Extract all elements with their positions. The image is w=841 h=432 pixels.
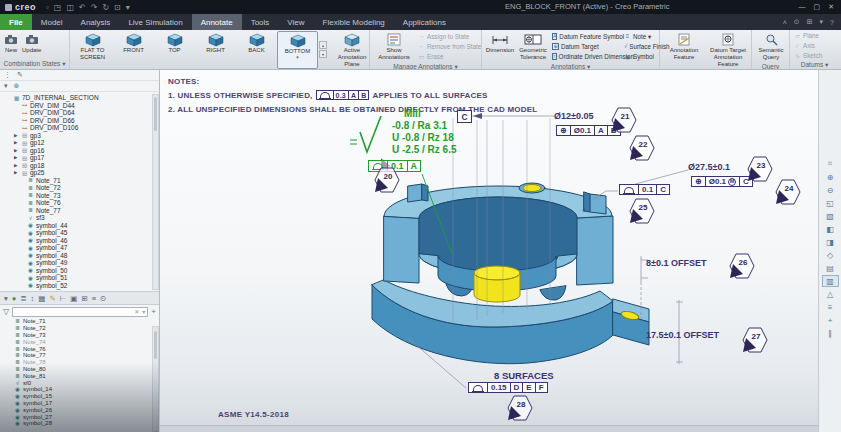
region-zoom-icon[interactable]: ⌗ [822, 158, 839, 170]
balloon-23[interactable]: 23 [747, 156, 773, 182]
tree-item[interactable]: ▶ ◉ symbol_45 [0, 229, 159, 237]
annotation-item[interactable]: A Datum Feature Symbol [552, 32, 620, 41]
state-icon[interactable]: ● [12, 294, 17, 303]
group-label-annotations[interactable]: Annotations ▾ [482, 62, 659, 69]
balloon-21[interactable]: 21 [611, 107, 637, 133]
annotation-feature-button[interactable]: Annotation Feature [662, 31, 706, 69]
tree-item[interactable]: ▶ ▤ gp25 [0, 169, 159, 177]
ribbon-tab[interactable]: Annotate [192, 14, 242, 30]
diameter-dimension-12[interactable]: Ø12±0.05 [554, 111, 593, 121]
tree-item[interactable]: ▶ ◉ symbol_52 [0, 282, 159, 290]
balloon-26[interactable]: 26 [729, 253, 755, 279]
annotation-list-item[interactable]: ≣ Note_71 [0, 318, 159, 325]
tree-item[interactable]: ▶ ◉ symbol_51 [0, 274, 159, 282]
resize-icon[interactable]: ⊞ [807, 18, 813, 26]
tree-view-icon[interactable]: ⊢ [60, 294, 67, 303]
datum-item[interactable]: ⁄ Axis [794, 41, 822, 50]
annotation-list-item[interactable]: ≣ Note_76 [0, 345, 159, 352]
list-view-icon[interactable]: ≣ [20, 294, 26, 303]
new-combination-state-button[interactable]: New [2, 31, 20, 59]
datum-item[interactable]: ∿ Sketch [794, 51, 822, 60]
open-file-icon[interactable]: ◳ [54, 3, 62, 12]
annotation-item[interactable]: ↕ Ordinate Driven Dimension [552, 52, 620, 61]
tree-scrollbar[interactable] [152, 94, 159, 290]
zoom-in-icon[interactable]: ⊕ [822, 171, 839, 183]
view-manager-icon[interactable]: ▥ [822, 275, 839, 287]
tree-item[interactable]: ▶ ▤ gp3 [0, 132, 159, 140]
tree-filter-icon[interactable]: ▾ [4, 82, 8, 90]
annotation-list-item[interactable]: ◉ symbol_26 [0, 406, 159, 413]
refit-icon[interactable]: ◱ [822, 197, 839, 209]
balloon-24[interactable]: 24 [775, 179, 801, 205]
ribbon-tab[interactable]: Tools [242, 14, 279, 30]
tree-item[interactable]: ▶ ◉ symbol_44 [0, 222, 159, 230]
annotation-plane-button[interactable]: FLAT TO SCREEN [72, 31, 113, 69]
balloon-28[interactable]: 28 [507, 395, 533, 421]
tree-item[interactable]: ▶ ≣ Note_71 [0, 177, 159, 185]
tree-item[interactable]: ▶ ◉ symbol_50 [0, 267, 159, 275]
tree-item[interactable]: ▶ ⊶ DRV_DIM_D44 [0, 102, 159, 110]
display-style-icon[interactable]: ◨ [822, 236, 839, 248]
ribbon-tab[interactable]: File [0, 14, 32, 30]
ribbon-tab[interactable]: View [278, 14, 313, 30]
zoom-out-icon[interactable]: ⊖ [822, 184, 839, 196]
tree-settings-icon[interactable]: ⊛ [14, 82, 20, 90]
ribbon-tab[interactable]: Applications [394, 14, 455, 30]
sort-icon[interactable]: ↕ [31, 294, 35, 303]
tree-item[interactable]: ▶ ≣ Note_73 [0, 192, 159, 200]
diameter-dimension-27-5[interactable]: Ø27.5±0.1 [688, 162, 730, 172]
tree-item[interactable]: ▶ ◉ symbol_46 [0, 237, 159, 245]
annotation-display-icon[interactable]: ≡ [822, 301, 839, 313]
manage-annotation-item[interactable]: ← Remove from State [418, 42, 481, 51]
update-combination-state-button[interactable]: Update [20, 31, 43, 59]
annotation-list-item[interactable]: ≣ Note_80 [0, 366, 159, 373]
annotation-list-item[interactable]: ≣ Note_74 [0, 338, 159, 345]
semantic-query-button[interactable]: Semantic Query [754, 31, 788, 62]
tree-item[interactable]: ▶ ≣ Note_77 [0, 207, 159, 215]
more-icon[interactable]: ▾ [126, 3, 130, 12]
clear-filter-icon[interactable]: ✕ [134, 308, 139, 315]
dimension-button[interactable]: Dimension [484, 31, 516, 62]
shaded-view-icon[interactable]: ◧ [822, 223, 839, 235]
expand-arrow-icon[interactable]: ▶ [14, 155, 19, 160]
show-annotations-button[interactable]: Show Annotations [372, 31, 416, 62]
search-icon[interactable]: ⊙ [794, 18, 800, 26]
offset-dimension-8[interactable]: 8±0.1 OFFSET [646, 258, 706, 268]
filter-dropdown-icon[interactable]: ▾ [142, 308, 145, 315]
manage-annotation-item[interactable]: ▭ Erase [418, 52, 481, 61]
panel-icon[interactable]: ▣ [70, 294, 77, 303]
filter-dropdown-icon[interactable]: ▾ [4, 294, 8, 303]
save-icon[interactable]: ◫ [66, 3, 74, 12]
window-icon[interactable]: ⊡ [114, 3, 121, 12]
funnel-icon[interactable]: ▽ [3, 307, 9, 316]
grid-view-icon[interactable]: ▦ [38, 294, 45, 303]
perspective-icon[interactable]: ◇ [822, 249, 839, 261]
help-icon[interactable]: ? [830, 19, 834, 26]
ribbon-tab[interactable]: Flexible Modeling [314, 14, 394, 30]
active-annotation-plane-button[interactable]: Active Annotation Plane [328, 31, 376, 69]
tree-item[interactable]: ▶ ≣ Note_72 [0, 184, 159, 192]
tree-item[interactable]: ▶ ◉ symbol_48 [0, 252, 159, 260]
close-button[interactable]: ✕ [828, 3, 834, 11]
annotation-item[interactable]: ⊕ Datum Target [552, 42, 620, 51]
tree-item[interactable]: ▶ ▤ gp17 [0, 154, 159, 162]
balloon-20[interactable]: 20 [374, 167, 400, 193]
tree-item[interactable]: ▶ ≣ Note_76 [0, 199, 159, 207]
edit-icon[interactable]: ✎ [49, 294, 55, 303]
annotation-item[interactable]: ≡ Note ▾ [624, 32, 664, 41]
graphics-area[interactable]: NOTES: 1. UNLESS OTHERWISE SPECIFIED, 0.… [160, 70, 818, 432]
ribbon-tab[interactable]: Model [32, 14, 72, 30]
tree-item[interactable]: ▶ ◉ symbol_47 [0, 244, 159, 252]
balloon-25[interactable]: 25 [629, 198, 655, 224]
annotation-list-item[interactable]: ◉ symbol_28 [0, 420, 159, 427]
annotation-list-item[interactable]: ≣ Note_72 [0, 325, 159, 332]
annotation-list-item[interactable]: ◉ symbol_27 [0, 413, 159, 420]
annotation-list-item[interactable]: ◉ symbol_15 [0, 393, 159, 400]
minimize-ribbon-icon[interactable]: ˄ [783, 19, 787, 26]
datum-target-annotation-feature-button[interactable]: Datum Target Annotation Feature [706, 31, 750, 69]
datum-display-icon[interactable]: △ [822, 288, 839, 300]
find-icon[interactable]: ⊙ [100, 294, 106, 303]
new-file-icon[interactable]: ▫ [46, 3, 49, 12]
maximize-button[interactable]: ▢ [814, 3, 821, 11]
annotation-list-item[interactable]: √ sf0 [0, 379, 159, 386]
